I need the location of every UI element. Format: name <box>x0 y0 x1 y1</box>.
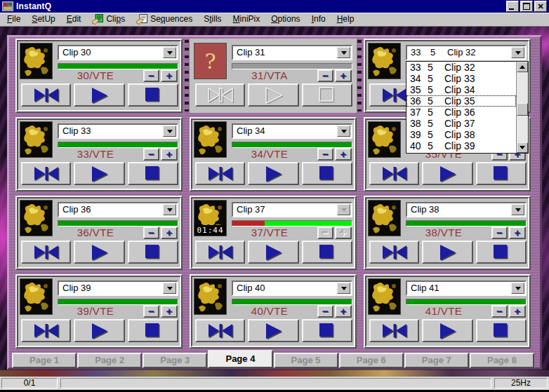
decrement-button[interactable]: − <box>143 305 159 318</box>
page-button-3[interactable]: Page 3 <box>143 353 207 368</box>
stop-button[interactable] <box>302 83 352 107</box>
menu-item-clips[interactable]: Clips <box>86 13 131 27</box>
combo-dropdown-button[interactable] <box>163 47 176 58</box>
combo-dropdown-button[interactable] <box>337 126 350 137</box>
page-button-6[interactable]: Page 6 <box>339 353 404 368</box>
combo-dropdown-button[interactable] <box>163 283 176 294</box>
decrement-button[interactable]: − <box>317 69 333 82</box>
decrement-button[interactable]: − <box>491 227 508 239</box>
clip-select[interactable]: Clip 31 <box>232 45 352 60</box>
decrement-button[interactable]: − <box>317 227 333 239</box>
cue-start-button[interactable] <box>21 83 71 107</box>
increment-button[interactable]: + <box>161 69 178 82</box>
clip-select[interactable]: Clip 33 <box>58 123 178 139</box>
decrement-button[interactable]: − <box>317 148 333 161</box>
play-button[interactable] <box>248 241 299 264</box>
play-button[interactable] <box>74 319 125 342</box>
play-button[interactable] <box>248 319 299 342</box>
dropdown-list-item[interactable]: 405Clip 39 <box>406 140 516 151</box>
cue-start-button[interactable] <box>369 319 419 342</box>
stop-button[interactable] <box>302 241 352 264</box>
dropdown-list-item[interactable]: 395Clip 38 <box>406 129 516 140</box>
clip-select[interactable]: Clip 37 <box>232 202 352 217</box>
dropdown-list-item[interactable]: 355Clip 34 <box>406 84 516 95</box>
stop-button[interactable] <box>476 162 527 185</box>
stop-button[interactable] <box>302 162 352 185</box>
page-button-5[interactable]: Page 5 <box>274 353 338 368</box>
stop-button[interactable] <box>128 83 178 107</box>
play-button[interactable] <box>74 83 125 107</box>
dropdown-list-item[interactable]: 345Clip 33 <box>406 73 516 84</box>
dropdown-list-item[interactable]: 375Clip 36 <box>406 107 516 118</box>
cue-start-button[interactable] <box>21 162 71 185</box>
dropdown-list-item[interactable]: 335Clip 32 <box>406 62 516 73</box>
menu-item-file[interactable]: File <box>1 13 26 26</box>
clip-select[interactable]: Clip 30 <box>58 45 178 60</box>
cue-start-button[interactable] <box>195 162 245 185</box>
page-button-8[interactable]: Page 8 <box>470 353 534 368</box>
stop-button[interactable] <box>476 241 527 264</box>
menu-item-sequences[interactable]: Sequences <box>131 13 198 27</box>
combo-dropdown-button[interactable] <box>163 126 176 137</box>
page-button-2[interactable]: Page 2 <box>77 353 142 368</box>
menu-item-setup[interactable]: SetUp <box>26 13 60 26</box>
cue-start-button[interactable] <box>195 241 245 264</box>
play-button[interactable] <box>422 319 473 342</box>
minimize-button[interactable] <box>506 1 519 12</box>
dropdown-list-item[interactable]: 385Clip 37 <box>406 118 516 129</box>
stop-button[interactable] <box>128 319 178 342</box>
stop-button[interactable] <box>128 241 178 264</box>
dropdown-list-item[interactable]: 365Clip 35 <box>406 95 516 107</box>
clip-select[interactable]: Clip 39 <box>58 281 178 296</box>
cue-start-button[interactable] <box>21 319 71 342</box>
play-button[interactable] <box>74 241 125 264</box>
play-button[interactable] <box>422 162 473 185</box>
combo-dropdown-button[interactable] <box>163 204 176 215</box>
menu-item-info[interactable]: Info <box>306 13 331 26</box>
clip-select[interactable]: Clip 40 <box>232 281 352 296</box>
play-button[interactable] <box>74 162 125 185</box>
close-button[interactable]: ✕ <box>534 1 547 12</box>
cue-start-button[interactable] <box>369 162 419 185</box>
combo-dropdown-button[interactable] <box>511 283 524 294</box>
clip-select[interactable]: Clip 36 <box>58 202 178 217</box>
cue-start-button[interactable] <box>369 241 419 264</box>
increment-button[interactable]: + <box>161 305 178 318</box>
increment-button[interactable]: + <box>161 148 178 161</box>
menu-item-stills[interactable]: Stills <box>198 13 227 26</box>
decrement-button[interactable]: − <box>143 148 159 161</box>
increment-button[interactable]: + <box>509 305 526 318</box>
combo-dropdown-button[interactable] <box>511 47 524 58</box>
decrement-button[interactable]: − <box>143 69 159 82</box>
play-button[interactable] <box>248 83 299 107</box>
cue-start-button[interactable] <box>195 319 245 342</box>
page-button-7[interactable]: Page 7 <box>404 353 469 368</box>
decrement-button[interactable]: − <box>143 227 159 239</box>
clip-select[interactable]: Clip 41 <box>406 281 527 296</box>
clip-select[interactable]: Clip 34 <box>232 123 352 139</box>
page-button-4[interactable]: Page 4 <box>208 350 272 368</box>
stop-button[interactable] <box>302 319 352 342</box>
increment-button[interactable]: + <box>335 305 352 318</box>
stop-button[interactable] <box>128 162 178 185</box>
combo-dropdown-button[interactable] <box>337 47 350 58</box>
clip-select[interactable]: Clip 38 <box>406 202 527 217</box>
menu-item-edit[interactable]: Edit <box>61 13 87 26</box>
combo-dropdown-button[interactable] <box>511 204 524 215</box>
play-button[interactable] <box>422 241 473 264</box>
combo-dropdown-button[interactable] <box>337 204 350 215</box>
menu-item-help[interactable]: Help <box>331 13 360 26</box>
cue-start-button[interactable] <box>21 241 71 264</box>
page-button-1[interactable]: Page 1 <box>12 353 77 368</box>
scrollbar-thumb[interactable] <box>517 103 528 116</box>
increment-button[interactable]: + <box>335 148 352 161</box>
scroll-up-button[interactable] <box>517 62 528 72</box>
menu-item-options[interactable]: Options <box>265 13 305 26</box>
decrement-button[interactable]: − <box>491 305 508 318</box>
play-button[interactable] <box>248 162 299 185</box>
menu-item-minipix[interactable]: MiniPix <box>227 13 266 26</box>
dropdown-scrollbar[interactable] <box>516 62 528 153</box>
increment-button[interactable]: + <box>509 227 526 239</box>
cue-start-button[interactable] <box>195 83 245 107</box>
scroll-down-button[interactable] <box>517 142 528 153</box>
